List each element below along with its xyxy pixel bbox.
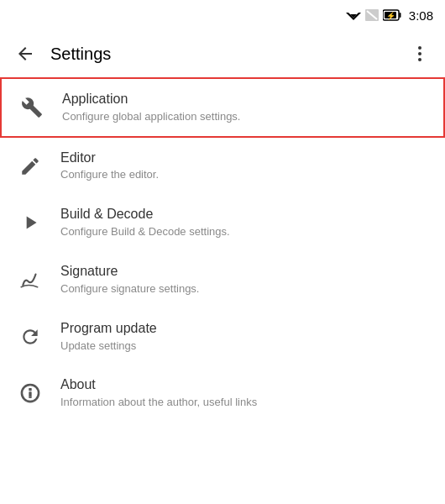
settings-list: Application Configure global application… <box>0 77 445 422</box>
toolbar: Settings <box>0 30 445 77</box>
about-title: About <box>60 376 432 394</box>
signature-subtitle: Configure signature settings. <box>60 282 432 297</box>
settings-item-about[interactable]: About Information about the author, usef… <box>0 365 445 422</box>
settings-item-build-decode[interactable]: Build & Decode Configure Build & Decode … <box>0 194 445 251</box>
settings-item-signature[interactable]: Signature Configure signature settings. <box>0 251 445 308</box>
program-update-subtitle: Update settings <box>60 339 432 354</box>
refresh-icon <box>13 326 47 348</box>
build-decode-subtitle: Configure Build & Decode settings. <box>60 225 432 239</box>
svg-point-11 <box>418 58 421 61</box>
info-icon <box>13 382 47 404</box>
back-button[interactable] <box>7 35 44 72</box>
settings-item-program-update[interactable]: Program update Update settings <box>0 308 445 365</box>
more-options-button[interactable] <box>401 35 438 72</box>
back-icon <box>15 44 35 64</box>
battery-icon: ⚡ <box>383 9 401 21</box>
status-time: 3:08 <box>409 8 433 23</box>
svg-rect-13 <box>29 392 31 398</box>
status-bar: ⚡ 3:08 <box>0 0 445 30</box>
build-decode-title: Build & Decode <box>60 206 432 223</box>
editor-title: Editor <box>60 150 432 167</box>
svg-point-9 <box>418 46 421 50</box>
wrench-icon <box>15 97 49 118</box>
page-title: Settings <box>50 45 401 64</box>
wifi-icon <box>346 9 361 21</box>
svg-point-14 <box>29 389 32 391</box>
svg-point-10 <box>418 52 421 55</box>
build-decode-text: Build & Decode Configure Build & Decode … <box>60 206 432 239</box>
about-subtitle: Information about the author, useful lin… <box>60 396 432 410</box>
application-title: Application <box>62 91 430 108</box>
svg-text:⚡: ⚡ <box>386 11 396 21</box>
signature-text: Signature Configure signature settings. <box>60 263 432 297</box>
application-text: Application Configure global application… <box>62 91 430 124</box>
program-update-text: Program update Update settings <box>60 320 432 354</box>
application-subtitle: Configure global application settings. <box>62 110 430 124</box>
editor-subtitle: Configure the editor. <box>60 168 432 182</box>
signature-title: Signature <box>60 263 432 281</box>
more-icon <box>410 44 430 64</box>
play-icon <box>13 212 47 234</box>
signature-icon <box>13 269 47 291</box>
signal-icon <box>365 9 379 21</box>
settings-item-application[interactable]: Application Configure global application… <box>0 77 445 138</box>
about-text: About Information about the author, usef… <box>60 376 432 410</box>
program-update-title: Program update <box>60 320 432 338</box>
status-icons: ⚡ 3:08 <box>346 8 433 23</box>
pencil-icon <box>13 155 47 177</box>
editor-text: Editor Configure the editor. <box>60 150 432 183</box>
settings-item-editor[interactable]: Editor Configure the editor. <box>0 138 445 195</box>
svg-rect-6 <box>399 13 400 18</box>
